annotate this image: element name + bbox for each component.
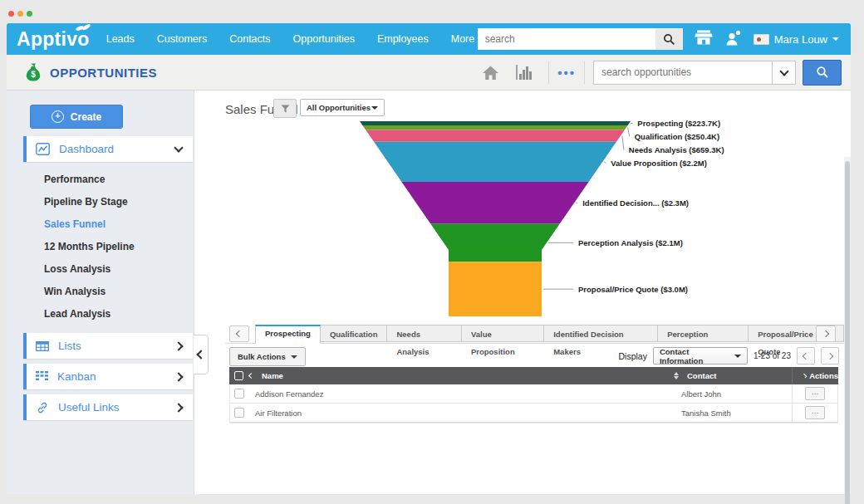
- cell-name[interactable]: Addison Fernandez: [255, 389, 681, 399]
- sidebar-item-sales-funnel[interactable]: Sales Funnel: [7, 213, 194, 236]
- tabs-scroll-left-button[interactable]: [229, 325, 249, 342]
- opportunity-search-button[interactable]: [803, 60, 842, 86]
- create-button[interactable]: + Create: [30, 105, 123, 129]
- dashboard-submenu: Performance Pipeline By Stage Sales Funn…: [7, 169, 194, 325]
- row-checkbox[interactable]: [234, 408, 244, 418]
- funnel-callout-line: [622, 136, 624, 150]
- global-search-input[interactable]: [478, 28, 655, 50]
- search-scope-dropdown[interactable]: [772, 61, 795, 84]
- display-mode-dropdown[interactable]: Contact Information: [653, 347, 748, 365]
- bar-chart-icon: [514, 64, 533, 81]
- sidebar-item-pipeline-by-stage[interactable]: Pipeline By Stage: [7, 191, 194, 213]
- home-icon: [482, 65, 499, 81]
- tab-needs-analysis[interactable]: Needs Analysis: [386, 325, 461, 342]
- sidebar-item-dashboard[interactable]: Dashboard: [23, 136, 193, 162]
- table-row[interactable]: Air Filteration Tanisha Smith …: [230, 404, 837, 423]
- tab-perception-analysis[interactable]: Perception Analysis: [657, 325, 749, 342]
- funnel-stage-label: Needs Analysis ($659.3K): [629, 145, 724, 154]
- sidebar-item-lead-analysis[interactable]: Lead Analysis: [7, 303, 194, 325]
- sidebar-item-loss-analysis[interactable]: Loss Analysis: [7, 258, 194, 281]
- country-flag-icon: [754, 34, 769, 45]
- divider: [584, 61, 585, 84]
- cell-name[interactable]: Air Filteration: [255, 409, 681, 418]
- nav-item-contacts[interactable]: Contacts: [229, 33, 270, 45]
- kanban-icon: [36, 371, 48, 382]
- chevron-right-icon: [175, 374, 182, 380]
- leaf-icon: [75, 24, 91, 32]
- cell-actions: …: [792, 404, 837, 422]
- opportunities-table: Name Contact Actions Addison Fernandez: [229, 367, 838, 423]
- table-row[interactable]: Addison Fernandez Albert John …: [230, 384, 837, 404]
- sidebar-item-lists[interactable]: Lists: [23, 333, 193, 359]
- search-icon: [816, 66, 829, 79]
- cell-contact: Albert John: [681, 389, 792, 399]
- chevron-down-icon: [734, 355, 741, 358]
- scrollbar-thumb[interactable]: [845, 161, 850, 504]
- funnel-stage-6[interactable]: [449, 262, 542, 316]
- app-store-icon[interactable]: [694, 29, 714, 49]
- select-all-checkbox[interactable]: [234, 371, 243, 380]
- window-minimize-button[interactable]: [17, 11, 23, 17]
- cell-actions: …: [792, 384, 837, 403]
- column-header-name[interactable]: Name: [262, 371, 687, 380]
- pagination-next-button[interactable]: [821, 347, 839, 365]
- funnel-stage-4[interactable]: [401, 182, 588, 223]
- funnel-stage-label: Value Proposition ($2.2M): [611, 159, 707, 168]
- sidebar-item-win-analysis[interactable]: Win Analysis: [7, 281, 194, 303]
- sidebar-item-kanban[interactable]: Kanban: [23, 364, 193, 389]
- tab-qualification[interactable]: Qualification: [320, 325, 388, 342]
- reports-button[interactable]: [507, 64, 540, 81]
- display-label: Display: [619, 351, 647, 361]
- chevron-right-icon: [827, 352, 833, 359]
- nav-item-customers[interactable]: Customers: [157, 33, 207, 45]
- tabs-scroll-right-button[interactable]: [816, 325, 836, 342]
- column-header-actions[interactable]: Actions: [792, 367, 838, 384]
- sidebar-item-label: Dashboard: [59, 143, 114, 155]
- main-area: + Create Dashboard Performance Pipeline …: [7, 91, 851, 494]
- vertical-scrollbar[interactable]: [844, 157, 851, 494]
- window-maximize-button[interactable]: [27, 11, 32, 17]
- more-options-button[interactable]: •••: [557, 61, 576, 84]
- row-actions-button[interactable]: …: [805, 406, 825, 419]
- funnel-stage-2[interactable]: [366, 130, 625, 141]
- sidebar-item-performance[interactable]: Performance: [7, 169, 194, 191]
- column-header-contact[interactable]: Contact: [687, 371, 792, 380]
- chevron-down-icon: [832, 37, 839, 41]
- nav-item-opportunities[interactable]: Opportunities: [293, 33, 355, 45]
- sidebar-item-12-months-pipeline[interactable]: 12 Months Pipeline: [7, 236, 194, 258]
- collapse-column-icon[interactable]: [248, 373, 254, 379]
- opportunity-scope-dropdown[interactable]: All Opportunities: [300, 99, 385, 116]
- funnel-stage-label: Qualification ($250.4K): [635, 132, 719, 141]
- opportunity-search-input[interactable]: [594, 61, 772, 84]
- window-close-button[interactable]: [8, 11, 14, 17]
- main-nav: Leads Customers Contacts Opportunities E…: [106, 33, 485, 45]
- tab-value-proposition[interactable]: Value Proposition: [461, 325, 544, 342]
- pagination-range: 1-23 of 23: [754, 351, 791, 360]
- svg-text:$: $: [31, 70, 36, 79]
- tab-identified-decision-makers[interactable]: Identified Decision Makers: [543, 325, 658, 342]
- sidebar-collapse-handle[interactable]: [194, 335, 209, 374]
- home-button[interactable]: [474, 65, 507, 81]
- nav-item-leads[interactable]: Leads: [106, 33, 135, 45]
- global-search-button[interactable]: [655, 28, 683, 50]
- funnel-stage-1[interactable]: [362, 125, 627, 130]
- money-bag-icon: $: [25, 63, 42, 82]
- tab-prospecting[interactable]: Prospecting: [255, 325, 321, 344]
- chevron-down-icon: [175, 147, 182, 151]
- contacts-notification-icon[interactable]: [724, 29, 743, 50]
- user-menu[interactable]: Mara Louw: [754, 33, 839, 46]
- filter-funnel-icon: [281, 105, 290, 113]
- pagination-prev-button[interactable]: [797, 347, 815, 365]
- sidebar-item-useful-links[interactable]: Useful Links: [23, 394, 193, 420]
- row-checkbox[interactable]: [234, 389, 244, 399]
- chevron-left-icon: [196, 350, 205, 359]
- sort-icon[interactable]: [674, 372, 679, 379]
- row-actions-button[interactable]: …: [805, 387, 825, 400]
- funnel-stage-5[interactable]: [430, 223, 560, 262]
- nav-item-employees[interactable]: Employees: [377, 33, 429, 45]
- funnel-stage-0[interactable]: [360, 121, 631, 125]
- filter-button[interactable]: [273, 99, 297, 118]
- apptivo-logo[interactable]: Apptivo: [17, 23, 90, 55]
- bulk-actions-button[interactable]: Bulk Actions: [229, 347, 306, 366]
- funnel-stage-3[interactable]: [374, 142, 616, 182]
